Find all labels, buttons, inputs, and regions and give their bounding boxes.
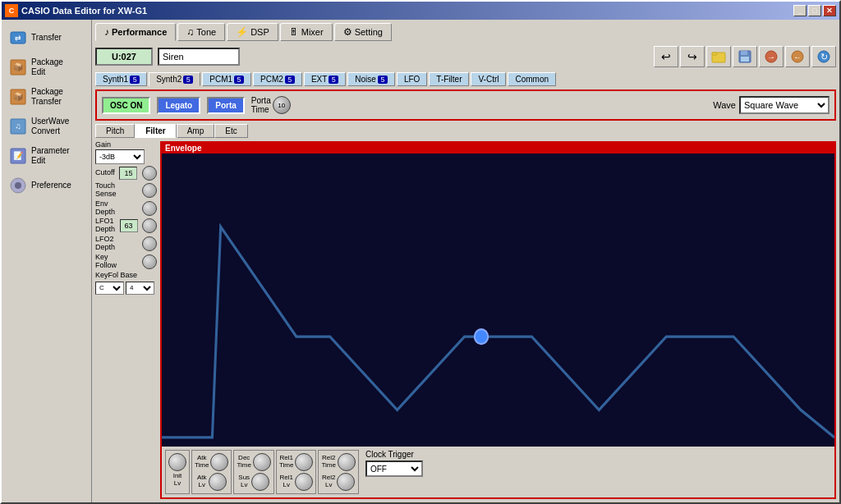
main-window: C CASIO Data Editor for XW-G1 _ □ ✕ ⇄ Tr… — [0, 0, 841, 504]
tab-lfo[interactable]: LFO — [397, 72, 427, 86]
svg-text:♫: ♫ — [15, 121, 21, 131]
svg-text:📦: 📦 — [13, 62, 24, 72]
rel2-time-knob[interactable] — [338, 453, 356, 471]
sidebar-item-transfer[interactable]: ⇄ Transfer — [2, 23, 91, 53]
title-bar-buttons: _ □ ✕ — [793, 5, 836, 16]
env-ctrl-rel2: Rel2Time Rel2Lv — [318, 450, 358, 494]
tab-filter[interactable]: Filter — [135, 124, 176, 138]
sidebar-item-userwave-convert[interactable]: ♫ UserWaveConvert — [2, 112, 91, 141]
tab-setting[interactable]: ⚙ Setting — [334, 23, 392, 41]
lfo1-depth-row: LFO1Depth 63 — [95, 218, 157, 234]
env-ctrl-rel1: Rel1Time Rel1Lv — [276, 450, 316, 494]
dec-time-knob[interactable] — [253, 453, 271, 471]
refresh-button[interactable]: ↻ — [811, 46, 836, 67]
sus-lv-label: SusLv — [238, 474, 250, 489]
sidebar-item-preference[interactable]: Preference — [2, 171, 91, 200]
dec-time-label: DecTime — [237, 455, 250, 470]
open-button[interactable] — [706, 46, 731, 67]
legato-button[interactable]: Legato — [157, 97, 200, 114]
tab-etc[interactable]: Etc — [214, 124, 247, 138]
tab-mixer[interactable]: 🎚 Mixer — [280, 23, 333, 41]
svg-text:↻: ↻ — [820, 52, 828, 62]
atk-lv-knob[interactable] — [209, 473, 227, 491]
atk-time-knob[interactable] — [210, 453, 228, 471]
key-follow-knob[interactable] — [142, 254, 157, 269]
export-icon: → — [764, 49, 779, 64]
tab-performance[interactable]: ♪ Performance — [95, 23, 176, 41]
sidebar-parameter-edit-label: ParameterEdit — [31, 146, 70, 166]
rel1-time-knob[interactable] — [295, 453, 313, 471]
tab-noise[interactable]: Noise 5 — [347, 72, 395, 86]
sus-lv-knob[interactable] — [251, 473, 269, 491]
keyfol-octave-select[interactable]: 435 — [126, 282, 154, 295]
keyfol-note-select[interactable]: CDEFGAB — [95, 282, 124, 295]
lfo1-depth-knob[interactable] — [142, 218, 157, 233]
touch-sense-knob[interactable] — [142, 183, 157, 198]
svg-point-23 — [475, 329, 488, 344]
key-follow-row: KeyFollow — [95, 254, 157, 270]
tab-synth1[interactable]: Synth1 5 — [95, 72, 147, 86]
sidebar: ⇄ Transfer 📦 PackageEdit — [2, 20, 92, 502]
tab-amp[interactable]: Amp — [177, 124, 215, 138]
amp-tab-label: Amp — [187, 126, 205, 135]
tab-ext[interactable]: EXT 5 — [304, 72, 346, 86]
preference-icon — [8, 176, 28, 195]
save-button[interactable] — [733, 46, 757, 67]
undo-button[interactable]: ↩ — [654, 46, 678, 67]
env-ctrl-init: InitLv — [165, 450, 190, 494]
main-content: ⇄ Transfer 📦 PackageEdit — [2, 20, 839, 502]
tab-dsp[interactable]: ⚡ DSP — [227, 23, 278, 41]
tab-tone[interactable]: ♫ Tone — [177, 23, 225, 41]
porta-button[interactable]: Porta — [207, 97, 245, 114]
rel1-lv-knob[interactable] — [295, 473, 313, 491]
sidebar-item-package-transfer[interactable]: 📦 PackageTransfer — [2, 82, 91, 112]
cutoff-label: Cutoff — [95, 169, 115, 177]
tab-mixer-label: Mixer — [301, 27, 324, 37]
porta-time-section: PortaTime 10 — [251, 96, 291, 114]
gain-row: Gain -3dB 0dB +3dB — [95, 141, 157, 164]
tone-tab-icon: ♫ — [186, 26, 194, 38]
tab-synth2[interactable]: Synth2 5 — [149, 72, 200, 86]
sidebar-item-parameter-edit[interactable]: 📝 ParameterEdit — [2, 141, 91, 171]
pcm2-badge: 5 — [285, 76, 295, 84]
cutoff-knob[interactable] — [142, 166, 157, 181]
svg-rect-13 — [712, 53, 717, 55]
porta-time-knob[interactable]: 10 — [273, 96, 291, 114]
import-button[interactable]: ← — [785, 46, 810, 67]
cutoff-row: Cutoff 15 — [95, 166, 157, 181]
env-depth-knob[interactable] — [142, 201, 157, 216]
tab-pitch[interactable]: Pitch — [95, 124, 135, 138]
synth2-label: Synth2 — [156, 75, 182, 84]
gain-select[interactable]: -3dB 0dB +3dB — [95, 149, 145, 164]
clock-trigger-select[interactable]: OFF 1/4 1/8 1/16 — [365, 460, 423, 477]
rel2-lv-knob[interactable] — [337, 473, 355, 491]
tab-common[interactable]: Common — [508, 72, 556, 86]
pcm2-label: PCM2 — [260, 75, 283, 84]
init-lv-knob[interactable] — [168, 453, 186, 471]
top-tabs: ♪ Performance ♫ Tone ⚡ DSP 🎚 Mixer ⚙ — [95, 23, 836, 41]
export-button[interactable]: → — [759, 46, 784, 67]
lfo2-depth-knob[interactable] — [142, 236, 157, 251]
close-button[interactable]: ✕ — [823, 5, 836, 16]
redo-button[interactable]: ↪ — [680, 46, 705, 67]
transfer-icon: ⇄ — [8, 28, 28, 48]
preset-row: U:027 Siren ↩ ↪ — [95, 46, 836, 67]
lfo-label: LFO — [404, 75, 420, 84]
pcm1-badge: 5 — [234, 76, 244, 84]
minimize-button[interactable]: _ — [793, 5, 807, 16]
wave-label: Wave — [713, 100, 736, 110]
sidebar-item-package-edit[interactable]: 📦 PackageEdit — [2, 53, 91, 82]
svg-text:⇄: ⇄ — [15, 34, 21, 42]
tab-pcm1[interactable]: PCM1 5 — [202, 72, 251, 86]
wave-select[interactable]: Square Wave Sine Wave Sawtooth Triangle … — [739, 96, 830, 114]
osc-on-button[interactable]: OSC ON — [102, 97, 150, 114]
title-bar: C CASIO Data Editor for XW-G1 _ □ ✕ — [2, 2, 839, 20]
open-folder-icon — [711, 49, 726, 64]
maximize-button[interactable]: □ — [808, 5, 821, 16]
tab-tfilter[interactable]: T-Filter — [429, 72, 469, 86]
dsp-tab-icon: ⚡ — [236, 26, 248, 38]
tab-pcm2[interactable]: PCM2 5 — [253, 72, 302, 86]
wave-section: Wave Square Wave Sine Wave Sawtooth Tria… — [713, 96, 830, 114]
svg-text:→: → — [767, 53, 775, 62]
tab-vctrl[interactable]: V-Ctrl — [471, 72, 506, 86]
